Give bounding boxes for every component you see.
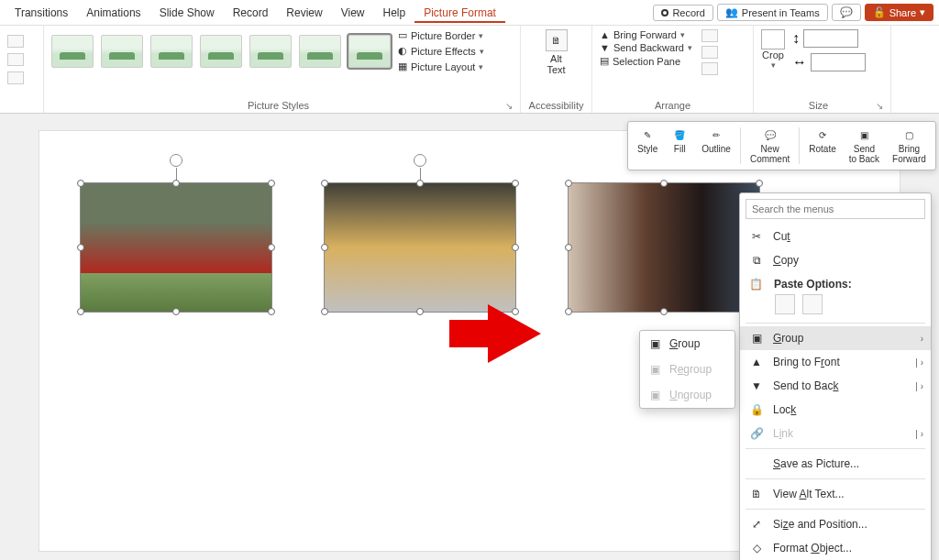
chevron-right-icon: | › — [915, 381, 923, 391]
resize-handle[interactable] — [416, 308, 424, 315]
resize-handle[interactable] — [512, 180, 519, 187]
ctx-view-alt-text[interactable]: 🗎View Alt Text... — [740, 482, 931, 506]
send-backward-button[interactable]: ▼Send Backward▾ — [600, 42, 692, 53]
picture-border-button[interactable]: ▭Picture Border▾ — [398, 29, 484, 41]
ctx-cut[interactable]: ✂Cut — [740, 225, 931, 248]
ctx-group[interactable]: ▣Group› — [740, 326, 931, 350]
paste-option-1[interactable] — [775, 294, 795, 314]
bring-front-icon: ▲ — [749, 355, 764, 369]
menu-search-input[interactable] — [746, 199, 925, 219]
fill-icon: 🪣 — [670, 127, 689, 142]
sub-ungroup: ▣Ungroup — [640, 382, 735, 408]
alt-text-icon: 🗎 — [551, 35, 561, 46]
picture-styles-gallery[interactable] — [51, 35, 391, 68]
resize-handle[interactable] — [756, 180, 763, 187]
ctx-send-to-back[interactable]: ▼Send to Back| › — [740, 374, 931, 398]
mini-send-to-back-button[interactable]: ▣Send to Back — [844, 126, 885, 166]
sub-group[interactable]: ▣Group — [640, 331, 735, 357]
mini-outline-button[interactable]: ✏Outline — [696, 126, 736, 166]
selection-pane-button[interactable]: ▤Selection Pane — [600, 55, 692, 67]
ribbon-accessibility-group: 🗎 Alt Text Accessibility — [521, 26, 592, 113]
corrections-button[interactable] — [7, 53, 24, 66]
tab-help[interactable]: Help — [374, 3, 415, 23]
tab-review[interactable]: Review — [277, 3, 331, 23]
ctx-save-as-picture[interactable]: Save as Picture... — [740, 452, 931, 476]
rotate-button[interactable] — [701, 62, 718, 75]
ctx-bring-to-front[interactable]: ▲Bring to Front| › — [740, 350, 931, 374]
ctx-format-object[interactable]: ◇Format Object... — [740, 536, 931, 560]
chevron-right-icon: | › — [915, 357, 923, 368]
resize-handle[interactable] — [512, 244, 519, 251]
resize-handle[interactable] — [268, 180, 275, 187]
comments-button[interactable]: 💬 — [832, 4, 861, 21]
ctx-size-position[interactable]: ⤢Size and Position... — [740, 512, 931, 536]
resize-handle[interactable] — [416, 180, 424, 187]
resize-handle[interactable] — [660, 308, 668, 315]
resize-handle[interactable] — [77, 244, 84, 251]
resize-handle[interactable] — [172, 308, 180, 315]
bring-forward-button[interactable]: ▲Bring Forward▾ — [600, 29, 692, 40]
alt-text-button[interactable]: 🗎 — [546, 29, 568, 51]
context-menu: ✂Cut ⧉Copy 📋Paste Options: ▣Group› ▲Brin… — [739, 192, 932, 560]
crop-button[interactable]: Crop ▾ — [761, 29, 785, 70]
cut-icon: ✂ — [749, 229, 764, 244]
present-in-teams-button[interactable]: 👥Present in Teams — [717, 4, 828, 21]
style-preset-2[interactable] — [101, 35, 143, 68]
mini-new-comment-button[interactable]: 💬New Comment — [745, 126, 795, 166]
rotate-handle[interactable] — [170, 154, 182, 167]
outline-icon: ✏ — [707, 127, 725, 142]
border-icon: ▭ — [398, 29, 407, 41]
mini-fill-button[interactable]: 🪣Fill — [665, 126, 694, 166]
ctx-lock[interactable]: 🔒Lock — [740, 398, 931, 422]
tab-record[interactable]: Record — [224, 3, 278, 23]
mini-style-button[interactable]: ✎Style — [632, 126, 663, 166]
resize-handle[interactable] — [565, 308, 572, 315]
resize-handle[interactable] — [321, 180, 328, 187]
resize-handle[interactable] — [660, 180, 668, 187]
size-launcher-icon[interactable]: ↘ — [876, 101, 883, 111]
width-input[interactable] — [811, 53, 866, 71]
color-button[interactable] — [7, 71, 24, 84]
resize-handle[interactable] — [321, 308, 328, 315]
rotate-handle[interactable] — [414, 154, 426, 167]
resize-handle[interactable] — [77, 180, 84, 187]
send-backward-icon: ▼ — [600, 42, 610, 53]
style-preset-1[interactable] — [51, 35, 94, 68]
tab-transitions[interactable]: Transitions — [6, 3, 77, 23]
style-preset-7[interactable] — [348, 35, 391, 68]
lock-icon: 🔒 — [749, 402, 764, 417]
annotation-arrow — [488, 304, 541, 363]
styles-launcher-icon[interactable]: ↘ — [505, 101, 513, 111]
picture-effects-button[interactable]: ◐Picture Effects▾ — [398, 45, 484, 57]
resize-handle[interactable] — [565, 180, 572, 187]
resize-handle[interactable] — [321, 244, 328, 251]
mini-rotate-button[interactable]: ⟳Rotate — [803, 126, 841, 166]
resize-handle[interactable] — [268, 244, 275, 251]
style-preset-3[interactable] — [150, 35, 193, 68]
resize-handle[interactable] — [268, 308, 275, 315]
resize-handle[interactable] — [172, 180, 180, 187]
height-input[interactable] — [803, 29, 858, 48]
group-button[interactable] — [701, 46, 718, 59]
paste-option-2[interactable] — [802, 294, 823, 314]
picture-3[interactable] — [568, 182, 760, 313]
record-button[interactable]: Record — [653, 5, 713, 21]
remove-background-button[interactable] — [7, 35, 24, 48]
width-icon: ↔ — [792, 54, 807, 71]
resize-handle[interactable] — [77, 308, 84, 315]
style-preset-6[interactable] — [299, 35, 341, 68]
picture-1[interactable] — [80, 182, 272, 313]
tab-animations[interactable]: Animations — [77, 3, 149, 23]
tab-view[interactable]: View — [332, 3, 374, 23]
tab-picture-format[interactable]: Picture Format — [414, 3, 505, 23]
picture-layout-button[interactable]: ▦Picture Layout▾ — [398, 60, 484, 72]
tab-slideshow[interactable]: Slide Show — [150, 3, 224, 23]
ctx-copy[interactable]: ⧉Copy — [740, 248, 931, 272]
picture-2[interactable] — [324, 182, 516, 313]
align-button[interactable] — [701, 29, 718, 42]
resize-handle[interactable] — [565, 244, 572, 251]
mini-bring-forward-button[interactable]: ▢Bring Forward — [887, 126, 932, 166]
share-button[interactable]: 🔓Share ▾ — [865, 4, 933, 21]
style-preset-4[interactable] — [200, 35, 242, 68]
style-preset-5[interactable] — [249, 35, 292, 68]
